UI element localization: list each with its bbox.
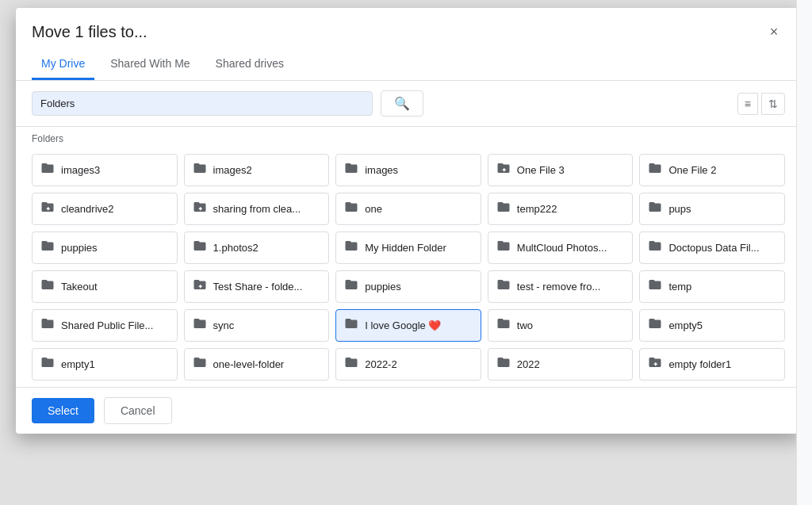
select-button[interactable]: Select <box>32 398 94 423</box>
folder-icon <box>40 200 55 218</box>
folder-icon <box>40 161 55 179</box>
folder-icon <box>193 161 207 179</box>
folder-item[interactable]: 1.photos2 <box>184 231 330 264</box>
folder-name: Test Share - folde... <box>213 281 321 293</box>
cancel-button[interactable]: Cancel <box>104 397 172 424</box>
folder-icon <box>496 200 511 218</box>
folder-item[interactable]: My Hidden Folder <box>335 231 481 264</box>
folder-name: Shared Public File... <box>61 319 169 331</box>
folder-item[interactable]: cleandrive2 <box>32 193 178 225</box>
folder-name: temp <box>668 281 776 293</box>
tab-shared-with-me[interactable]: Shared With Me <box>101 49 199 80</box>
folder-item[interactable]: temp <box>639 270 785 303</box>
move-files-dialog: Move 1 files to... × My Drive Shared Wit… <box>16 8 801 434</box>
folder-name: empty folder1 <box>668 358 776 370</box>
folder-icon <box>193 277 207 296</box>
folder-icon <box>193 200 207 218</box>
tabs-bar: My Drive Shared With Me Shared drives <box>16 43 801 81</box>
search-button[interactable]: 🔍 <box>381 90 423 117</box>
folder-item[interactable]: Shared Public File... <box>32 309 178 342</box>
folder-name: images <box>365 164 473 176</box>
folder-icon <box>193 316 207 335</box>
folder-item[interactable]: images <box>335 154 481 186</box>
search-input[interactable] <box>32 91 373 116</box>
folder-name: I love Google ❤️ <box>365 319 473 331</box>
folder-item[interactable]: sync <box>184 309 330 342</box>
folder-item[interactable]: images2 <box>184 154 330 186</box>
folder-icon <box>496 239 511 257</box>
folder-name: My Hidden Folder <box>365 242 473 254</box>
folder-icon <box>40 277 55 296</box>
folder-name: sync <box>213 319 321 331</box>
tab-my-drive[interactable]: My Drive <box>32 49 94 80</box>
folder-name: 2022-2 <box>365 358 473 370</box>
folder-name: One File 3 <box>517 164 625 176</box>
list-view-button[interactable]: ≡ <box>737 93 758 115</box>
folder-name: test - remove fro... <box>517 281 625 293</box>
search-icon: 🔍 <box>394 97 410 110</box>
folder-item[interactable]: 2022-2 <box>335 348 481 381</box>
folder-icon <box>193 239 207 257</box>
folder-item[interactable]: Test Share - folde... <box>184 270 330 303</box>
folder-name: cleandrive2 <box>61 203 169 215</box>
folder-name: puppies <box>365 281 473 293</box>
folder-section-label: Folders <box>16 127 801 154</box>
folder-icon <box>648 200 662 218</box>
folder-icon <box>40 316 55 335</box>
folder-item[interactable]: MultCloud Photos... <box>488 231 634 264</box>
folder-item[interactable]: One File 3 <box>488 154 634 186</box>
folder-item[interactable]: temp222 <box>488 193 634 225</box>
close-button[interactable]: × <box>763 21 785 43</box>
folder-name: pups <box>668 203 776 215</box>
folder-item[interactable]: empty1 <box>32 348 178 381</box>
sort-icon: ⇅ <box>768 98 778 110</box>
folder-item[interactable]: one-level-folder <box>184 348 330 381</box>
folder-item[interactable]: two <box>488 309 634 342</box>
folder-item[interactable]: Takeout <box>32 270 178 303</box>
section-label: Folders <box>32 133 785 144</box>
folder-icon <box>344 316 358 335</box>
folder-item[interactable]: empty5 <box>639 309 785 342</box>
folder-item[interactable]: test - remove fro... <box>488 270 634 303</box>
folder-icon <box>496 161 511 179</box>
folder-item[interactable]: 2022 <box>488 348 634 381</box>
folder-name: 1.photos2 <box>213 242 321 254</box>
folder-item[interactable]: pups <box>639 193 785 225</box>
view-buttons: ≡ ⇅ <box>737 93 785 115</box>
folder-name: one-level-folder <box>213 358 321 370</box>
folder-item[interactable]: sharing from clea... <box>184 193 330 225</box>
folder-icon <box>648 277 662 296</box>
folder-item[interactable]: one <box>335 193 481 225</box>
folder-icon <box>193 355 207 373</box>
folder-name: sharing from clea... <box>213 203 321 215</box>
folder-icon <box>496 316 511 335</box>
folder-name: temp222 <box>517 203 625 215</box>
folder-grid: images3images2imagesOne File 3One File 2… <box>16 154 801 387</box>
folder-icon <box>344 239 358 257</box>
sort-button[interactable]: ⇅ <box>761 93 785 115</box>
folder-item[interactable]: Doctopus Data Fil... <box>639 231 785 264</box>
folder-item[interactable]: empty folder1 <box>639 348 785 381</box>
folder-name: two <box>517 319 625 331</box>
folder-item[interactable]: One File 2 <box>639 154 785 186</box>
folder-icon <box>648 161 662 179</box>
folder-icon <box>40 239 55 257</box>
dialog-footer: Select Cancel <box>16 387 801 434</box>
tab-shared-drives[interactable]: Shared drives <box>206 49 293 80</box>
folder-name: puppies <box>61 242 169 254</box>
toolbar: 🔍 ≡ ⇅ <box>16 81 801 127</box>
folder-name: one <box>365 203 473 215</box>
folder-icon <box>648 316 662 335</box>
folder-name: One File 2 <box>668 164 776 176</box>
folder-name: empty1 <box>61 358 169 370</box>
folder-item[interactable]: puppies <box>335 270 481 303</box>
dialog-title: Move 1 files to... <box>32 23 147 41</box>
folder-item[interactable]: I love Google ❤️ <box>335 309 481 342</box>
folder-item[interactable]: puppies <box>32 231 178 264</box>
folder-icon <box>648 239 662 257</box>
folder-item[interactable]: images3 <box>32 154 178 186</box>
folder-icon <box>344 200 358 218</box>
folder-icon <box>344 161 358 179</box>
folder-icon <box>344 277 358 296</box>
folder-name: MultCloud Photos... <box>517 242 625 254</box>
